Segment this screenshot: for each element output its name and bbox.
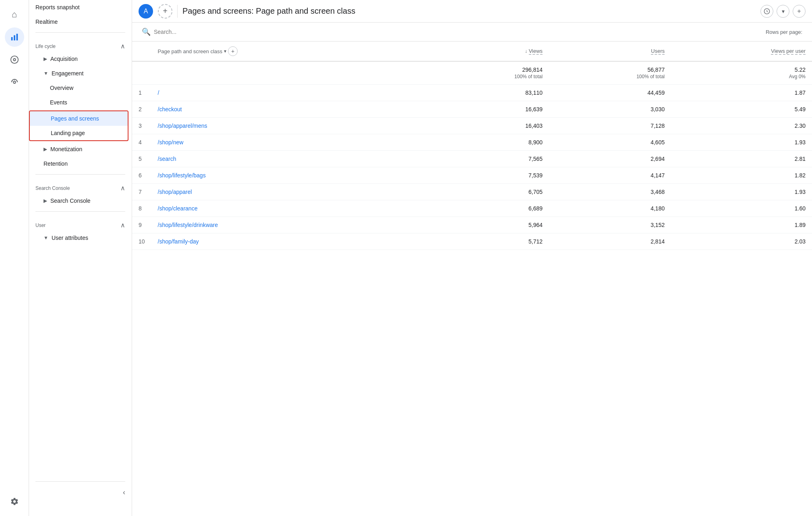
table-row: 7 /shop/apparel 6,705 3,468 1.93 [132, 184, 812, 200]
page-path-dropdown-icon[interactable]: ▾ [224, 48, 226, 54]
home-nav-icon[interactable]: ⌂ [5, 5, 24, 24]
cell-rownum: 9 [132, 217, 151, 233]
user-avatar[interactable]: A [139, 4, 153, 19]
lifecycle-collapse-icon[interactable]: ∧ [120, 42, 125, 50]
totals-users: 56,877 100% of total [549, 61, 671, 85]
sidebar-item-reports-snapshot[interactable]: Reports snapshot [29, 0, 132, 15]
user-collapse-icon[interactable]: ∧ [120, 221, 125, 229]
divider-1 [35, 32, 125, 33]
settings-nav-icon[interactable] [5, 492, 24, 511]
divider-3 [35, 211, 125, 212]
collapse-sidebar-btn[interactable]: ‹ [29, 485, 132, 500]
main-content: A + Pages and screens: Page path and scr… [132, 0, 812, 516]
totals-views: 296,814 100% of total [427, 61, 549, 85]
table-row: 5 /search 7,565 2,694 2.81 [132, 151, 812, 167]
search-icon: 🔍 [142, 27, 151, 36]
col-header-users: Users [549, 42, 671, 61]
cell-path[interactable]: /search [151, 151, 427, 167]
cell-users: 4,605 [549, 134, 671, 151]
svg-rect-1 [14, 35, 15, 40]
sidebar-item-search-console[interactable]: ▶ Search Console [29, 194, 132, 208]
cell-views-per-user: 1.87 [671, 85, 812, 101]
col-header-page-path: Page path and screen class ▾ + [151, 42, 427, 61]
add-dimension-button[interactable]: + [228, 46, 238, 56]
cell-path[interactable]: /shop/apparel [151, 184, 427, 200]
acquisition-expand-icon: ▶ [44, 56, 47, 62]
cell-rownum: 7 [132, 184, 151, 200]
cell-views-per-user: 1.82 [671, 167, 812, 184]
cell-rownum: 4 [132, 134, 151, 151]
table-row: 2 /checkout 16,639 3,030 5.49 [132, 101, 812, 118]
divider-2 [35, 174, 125, 175]
totals-views-per-user: 5.22 Avg 0% [671, 61, 812, 85]
cell-users: 3,152 [549, 217, 671, 233]
cell-users: 4,147 [549, 167, 671, 184]
explore-nav-icon[interactable] [5, 50, 24, 69]
cell-users: 7,128 [549, 118, 671, 134]
sidebar-item-realtime[interactable]: Realtime [29, 15, 132, 29]
search-input[interactable] [154, 29, 762, 35]
table-row: 4 /shop/new 8,900 4,605 1.93 [132, 134, 812, 151]
engagement-collapse-icon: ▼ [44, 71, 48, 76]
cell-views-per-user: 2.30 [671, 118, 812, 134]
add-property-button[interactable]: + [158, 4, 172, 19]
cell-rownum: 3 [132, 118, 151, 134]
cell-views: 8,900 [427, 134, 549, 151]
cell-views-per-user: 2.03 [671, 233, 812, 250]
cell-views: 16,639 [427, 101, 549, 118]
cell-path[interactable]: /shop/apparel/mens [151, 118, 427, 134]
search-console-expand-icon: ▶ [44, 198, 47, 204]
cell-path[interactable]: /shop/new [151, 134, 427, 151]
sidebar-item-monetization[interactable]: ▶ Monetization [29, 142, 132, 156]
cell-views-per-user: 1.89 [671, 217, 812, 233]
cell-rownum: 6 [132, 167, 151, 184]
cell-path[interactable]: /shop/lifestyle/drinkware [151, 217, 427, 233]
cell-path[interactable]: /shop/lifestyle/bags [151, 167, 427, 184]
cell-users: 4,180 [549, 200, 671, 217]
cell-views: 6,705 [427, 184, 549, 200]
dropdown-button[interactable]: ▾ [777, 5, 789, 18]
reports-nav-icon[interactable] [5, 27, 24, 47]
sidebar-item-events[interactable]: Events [29, 95, 132, 110]
cell-path[interactable]: /checkout [151, 101, 427, 118]
sidebar-item-acquisition[interactable]: ▶ Acquisition [29, 52, 132, 66]
svg-rect-0 [11, 37, 12, 40]
cell-path[interactable]: /shop/family-day [151, 233, 427, 250]
col-header-views: ↓ Views [427, 42, 549, 61]
compare-button[interactable] [760, 5, 773, 18]
page-title: Pages and screens: Page path and screen … [182, 6, 756, 16]
cell-path[interactable]: / [151, 85, 427, 101]
cell-views-per-user: 2.81 [671, 151, 812, 167]
add-chart-button[interactable]: + [793, 5, 806, 18]
cell-views: 16,403 [427, 118, 549, 134]
table-row: 6 /shop/lifestyle/bags 7,539 4,147 1.82 [132, 167, 812, 184]
totals-row: 296,814 100% of total 56,877 100% of tot… [132, 61, 812, 85]
search-console-collapse-icon[interactable]: ∧ [120, 184, 125, 192]
sidebar-item-overview[interactable]: Overview [29, 81, 132, 95]
sidebar-item-user-attributes[interactable]: ▼ User attributes [29, 231, 132, 245]
cell-views-per-user: 1.60 [671, 200, 812, 217]
sidebar-item-pages-screens[interactable]: Pages and screens [30, 111, 128, 126]
data-table: Page path and screen class ▾ + ↓ Views U… [132, 42, 812, 250]
cell-views: 5,712 [427, 233, 549, 250]
search-console-section-header: Search Console ∧ [29, 178, 132, 194]
sidebar-item-retention[interactable]: Retention [29, 156, 132, 171]
advertising-nav-icon[interactable] [5, 73, 24, 92]
cell-views: 83,110 [427, 85, 549, 101]
col-header-views-per-user: Views per user [671, 42, 812, 61]
collapse-sidebar-icon: ‹ [123, 488, 125, 497]
data-table-container: Page path and screen class ▾ + ↓ Views U… [132, 42, 812, 516]
table-row: 10 /shop/family-day 5,712 2,814 2.03 [132, 233, 812, 250]
sort-down-icon: ↓ [525, 48, 527, 54]
cell-users: 3,030 [549, 101, 671, 118]
cell-path[interactable]: /shop/clearance [151, 200, 427, 217]
sidebar-item-engagement[interactable]: ▼ Engagement [29, 66, 132, 81]
cell-users: 2,694 [549, 151, 671, 167]
sidebar-item-landing-page[interactable]: Landing page [30, 126, 128, 140]
cell-users: 2,814 [549, 233, 671, 250]
divider-bottom [35, 481, 125, 482]
cell-views: 5,964 [427, 217, 549, 233]
top-bar: A + Pages and screens: Page path and scr… [132, 0, 812, 23]
user-attributes-collapse-icon: ▼ [44, 235, 48, 241]
svg-rect-2 [16, 34, 18, 41]
